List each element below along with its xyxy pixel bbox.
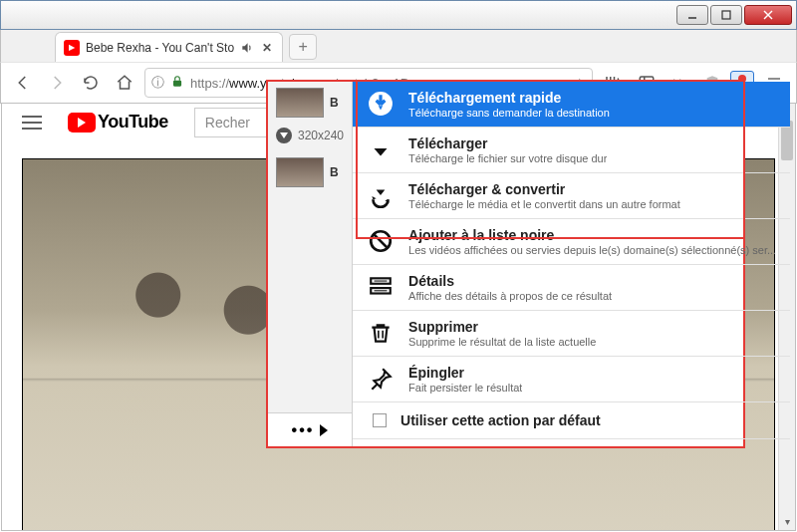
- menu-item-details[interactable]: DétailsAffiche des détails à propos de c…: [353, 265, 790, 311]
- menu-item-title: Détails: [408, 273, 612, 289]
- back-button[interactable]: [9, 69, 37, 97]
- browser-tab[interactable]: Bebe Rexha - You Can't Sto ✕: [55, 32, 283, 62]
- convert-icon: [367, 181, 395, 209]
- result-resolution-row[interactable]: 320x240: [268, 124, 352, 151]
- menu-item-title: Télécharger & convertir: [408, 181, 680, 197]
- home-button[interactable]: [111, 69, 138, 97]
- menu-item-desc: Télécharge sans demander la destination: [408, 107, 610, 119]
- resolution-text: 320x240: [298, 129, 344, 142]
- trash-icon: [367, 319, 395, 347]
- action-menu: Téléchargement rapideTélécharge sans dem…: [353, 82, 790, 446]
- lock-icon: [170, 75, 184, 92]
- tab-title: Bebe Rexha - You Can't Sto: [86, 41, 234, 55]
- downloader-panel: B 320x240 B ••• Téléchargement rapideTél…: [266, 80, 745, 448]
- panel-results-column: B 320x240 B •••: [268, 82, 353, 446]
- youtube-menu-button[interactable]: [22, 116, 42, 130]
- pin-icon: [367, 365, 395, 393]
- more-dots-icon: •••: [292, 421, 315, 439]
- site-info-icon[interactable]: ⓘ: [151, 74, 164, 92]
- download-icon: [367, 135, 395, 163]
- menu-item-title: Téléchargement rapide: [408, 90, 610, 106]
- browser-tabstrip: Bebe Rexha - You Can't Sto ✕ +: [0, 30, 797, 62]
- blacklist-icon: [367, 227, 395, 255]
- menu-item-default-action[interactable]: Utiliser cette action par défaut: [353, 402, 790, 439]
- quick-download-icon: [367, 90, 395, 118]
- tab-audio-icon[interactable]: [240, 41, 254, 55]
- scroll-down-button[interactable]: ▾: [779, 513, 795, 530]
- play-triangle-icon: [320, 424, 328, 436]
- menu-item-desc: Télécharge le fichier sur votre disque d…: [408, 152, 607, 164]
- forward-button[interactable]: [43, 69, 71, 97]
- new-tab-button[interactable]: +: [289, 34, 317, 60]
- panel-more-button[interactable]: •••: [268, 412, 352, 446]
- svg-rect-4: [173, 80, 181, 86]
- menu-item-download[interactable]: TéléchargerTélécharge le fichier sur vot…: [353, 128, 790, 173]
- result-thumbnail: [276, 88, 324, 118]
- menu-item-desc: Fait persister le résultat: [408, 382, 522, 394]
- menu-item-desc: Supprime le résultat de la liste actuell…: [408, 336, 596, 348]
- tab-close-icon[interactable]: ✕: [260, 41, 274, 55]
- download-badge-icon: [276, 128, 292, 143]
- youtube-brand-text: YouTube: [98, 112, 168, 133]
- svg-rect-1: [722, 11, 730, 19]
- result-label: B: [330, 165, 339, 179]
- menu-item-title: Télécharger: [408, 135, 607, 151]
- youtube-favicon: [64, 40, 80, 56]
- svg-line-12: [373, 233, 388, 248]
- result-thumbnail: [276, 157, 324, 187]
- menu-item-desc: Affiche des détails à propos de ce résul…: [408, 290, 612, 302]
- menu-item-title: Ajouter à la liste noire: [408, 227, 776, 243]
- menu-item-pin[interactable]: ÉpinglerFait persister le résultat: [353, 357, 790, 402]
- youtube-play-icon: [68, 113, 96, 133]
- default-action-checkbox[interactable]: [373, 413, 387, 427]
- menu-item-blacklist[interactable]: Ajouter à la liste noireLes vidéos affic…: [353, 219, 790, 265]
- menu-item-desc: Les vidéos affichées ou servies depuis l…: [408, 244, 776, 256]
- menu-item-download-convert[interactable]: Télécharger & convertirTélécharge le méd…: [353, 173, 790, 219]
- menu-item-title: Supprimer: [408, 319, 596, 335]
- window-close-button[interactable]: [744, 5, 792, 25]
- details-icon: [367, 273, 395, 301]
- youtube-logo[interactable]: YouTube: [68, 112, 168, 133]
- window-maximize-button[interactable]: [710, 5, 742, 25]
- result-item[interactable]: B: [268, 82, 352, 124]
- menu-item-quick-download[interactable]: Téléchargement rapideTélécharge sans dem…: [353, 82, 790, 128]
- result-label: B: [330, 96, 339, 110]
- window-titlebar: [0, 0, 797, 30]
- reload-button[interactable]: [77, 69, 105, 97]
- menu-item-delete[interactable]: SupprimerSupprime le résultat de la list…: [353, 311, 790, 357]
- result-item[interactable]: B: [268, 151, 352, 193]
- window-minimize-button[interactable]: [676, 5, 708, 25]
- menu-item-desc: Télécharge le média et le convertit dans…: [408, 198, 680, 210]
- menu-item-title: Utiliser cette action par défaut: [400, 412, 601, 428]
- menu-item-title: Épingler: [408, 365, 522, 381]
